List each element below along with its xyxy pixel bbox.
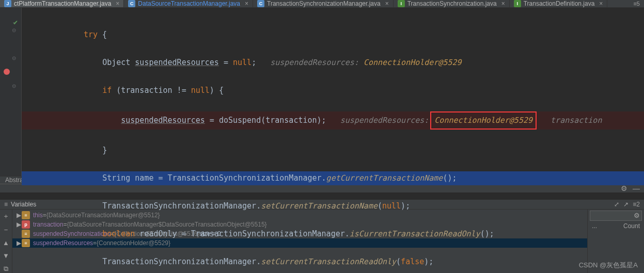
- down-icon[interactable]: ▼: [3, 252, 9, 260]
- editor-tabs: J ctPlatformTransactionManager.java × C …: [0, 0, 644, 8]
- tab-label: TransactionDefinition.java: [524, 0, 595, 7]
- code-content[interactable]: try { Object suspendedResources = null; …: [22, 8, 644, 176]
- inline-hint-label: suspendedResources:: [340, 116, 429, 125]
- close-icon[interactable]: ×: [599, 0, 603, 7]
- tree-expand-icon[interactable]: ▶: [15, 221, 22, 228]
- gutter[interactable]: ✔ ⌄ ⊖ ⊖ ⊖: [0, 8, 22, 176]
- tab-label: TransactionSynchronizationManager.java: [267, 0, 381, 7]
- close-icon[interactable]: ×: [116, 0, 119, 7]
- inline-hint-label: suspendedResources:: [270, 58, 359, 67]
- close-icon[interactable]: ×: [385, 0, 389, 7]
- inline-hint-value: ConnectionHolder@5529: [364, 58, 462, 67]
- keyword: try: [84, 30, 98, 39]
- variables-toolbar: ＋ − ▲ ▼ ⧉: [0, 210, 12, 273]
- java-interface-icon: I: [514, 0, 521, 7]
- tab-label: ctPlatformTransactionManager.java: [14, 0, 111, 7]
- tab-file-0[interactable]: J ctPlatformTransactionManager.java ×: [0, 0, 124, 7]
- copy-icon[interactable]: ⧉: [4, 265, 8, 273]
- up-icon[interactable]: ▲: [3, 239, 9, 247]
- fold-icon[interactable]: ⊖: [10, 26, 18, 34]
- tab-file-1[interactable]: C DataSourceTransactionManager.java ×: [124, 0, 253, 7]
- tab-label: TransactionSynchronization.java: [407, 0, 497, 7]
- breakpoint-icon[interactable]: [4, 69, 10, 75]
- debug-highlight-box: ConnectionHolder@5529: [430, 111, 537, 130]
- tabs-overflow[interactable]: ≡5: [629, 0, 644, 7]
- java-class-icon: C: [257, 0, 264, 7]
- java-class-icon: C: [128, 0, 135, 7]
- fold-icon[interactable]: ⌄: [10, 18, 18, 25]
- tab-file-4[interactable]: I TransactionDefinition.java ×: [510, 0, 608, 7]
- tab-file-2[interactable]: C TransactionSynchronizationManager.java…: [253, 0, 394, 7]
- identifier: suspendedResources: [135, 58, 219, 67]
- tree-expand-icon[interactable]: ▶: [15, 239, 22, 247]
- close-icon[interactable]: ×: [245, 0, 248, 7]
- variables-icon: ≡: [4, 201, 8, 208]
- editor-area: ✔ ⌄ ⊖ ⊖ ⊖ try { Object suspendedResource…: [0, 8, 644, 176]
- tab-label: DataSourceTransactionManager.java: [138, 0, 240, 7]
- fold-icon[interactable]: ⊖: [10, 54, 18, 61]
- tree-expand-icon[interactable]: ▶: [15, 212, 22, 219]
- fold-icon[interactable]: ⊖: [10, 82, 18, 89]
- add-icon[interactable]: ＋: [3, 212, 9, 221]
- current-execution-line: String name = TransactionSynchronization…: [22, 171, 644, 185]
- remove-icon[interactable]: −: [4, 226, 8, 234]
- tab-file-3[interactable]: I TransactionSynchronization.java ×: [394, 0, 510, 7]
- java-interface-icon: I: [398, 0, 405, 7]
- close-icon[interactable]: ×: [501, 0, 505, 7]
- java-class-icon: J: [4, 0, 11, 7]
